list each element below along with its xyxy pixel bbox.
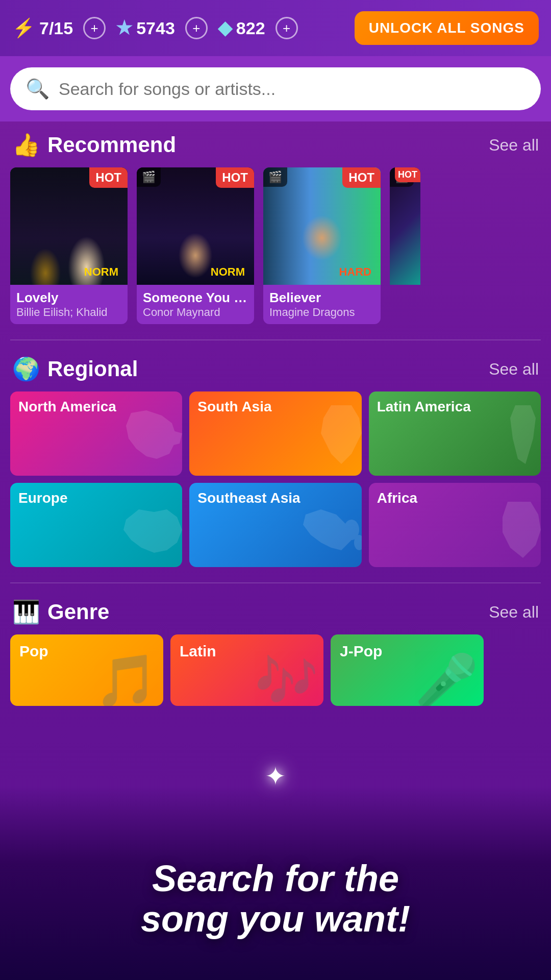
- difficulty-believer: HARD: [334, 263, 377, 281]
- song-artist-someone: Conor Maynard: [143, 306, 248, 319]
- genre-section: 🎹 Genre See all Pop 🎵 Latin 🎶 J-Pop 🎤: [0, 589, 551, 716]
- song-artist-lovely: Billie Eilish; Khalid: [16, 306, 121, 319]
- region-label-southeast-asia: Southeast Asia: [197, 490, 300, 506]
- regional-row-2: Europe Southeast Asia: [10, 483, 541, 567]
- region-card-europe[interactable]: Europe: [10, 483, 182, 567]
- hot-badge-lovely: HOT: [89, 167, 128, 188]
- song-info-believer: Believer Imagine Dragons: [263, 285, 381, 324]
- regional-row-1: North America South Asia Latin Americ: [10, 391, 541, 476]
- recommend-cards-row: HOT NORM Lovely Billie Eilish; Khalid 🎬 …: [0, 167, 551, 324]
- region-label-south-asia: South Asia: [197, 399, 271, 415]
- recommend-label: Recommend: [47, 133, 176, 157]
- song-card-partial[interactable]: 🎬 HOT: [390, 167, 420, 324]
- divider-2: [10, 582, 541, 583]
- star-stat: ★ 5743: [116, 17, 175, 39]
- region-map-north-america: [121, 408, 182, 476]
- unlock-all-songs-button[interactable]: UNLOCK ALL SONGS: [355, 11, 539, 45]
- bottom-overlay: ✦ Search for the song you want!: [0, 786, 551, 980]
- genre-label-jpop: J-Pop: [340, 643, 382, 660]
- region-label-africa: Africa: [377, 490, 417, 506]
- genre-row: Pop 🎵 Latin 🎶 J-Pop 🎤: [0, 634, 551, 706]
- sparkle-icon: ✦: [265, 762, 286, 791]
- video-badge-believer: 🎬: [263, 167, 287, 187]
- recommend-title: 👍 Recommend: [12, 132, 176, 158]
- piano-icon: 🎹: [12, 599, 40, 625]
- region-label-north-america: North America: [18, 399, 116, 415]
- regional-see-all[interactable]: See all: [489, 360, 539, 379]
- video-badge-someone: 🎬: [137, 167, 161, 187]
- song-card-someone[interactable]: 🎬 HOT NORM Someone You Loved Conor Mayna…: [137, 167, 254, 324]
- regional-title: 🌍 Regional: [12, 356, 138, 382]
- difficulty-lovely: NORM: [79, 263, 123, 281]
- region-label-latin-america: Latin America: [377, 399, 471, 415]
- genre-label: Genre: [47, 600, 109, 624]
- lightning-icon: ⚡: [12, 17, 35, 39]
- hot-badge-partial: HOT: [395, 167, 420, 182]
- add-diamond-button[interactable]: +: [276, 17, 298, 39]
- search-box: 🔍: [10, 67, 541, 110]
- region-card-south-asia[interactable]: South Asia: [189, 391, 361, 476]
- song-title-lovely: Lovely: [16, 290, 121, 306]
- regional-grid: North America South Asia Latin Americ: [0, 391, 551, 567]
- region-card-africa[interactable]: Africa: [369, 483, 541, 567]
- region-card-southeast-asia[interactable]: Southeast Asia: [189, 483, 361, 567]
- region-map-south-asia: [316, 403, 362, 476]
- song-title-believer: Believer: [269, 290, 374, 306]
- star-icon: ★: [116, 17, 132, 39]
- genre-card-jpop[interactable]: J-Pop 🎤: [331, 634, 484, 706]
- region-label-europe: Europe: [18, 490, 67, 506]
- song-info-someone: Someone You Loved Conor Maynard: [137, 285, 254, 324]
- genre-label-latin: Latin: [180, 643, 216, 660]
- lightning-stat: ⚡ 7/15: [12, 17, 73, 39]
- song-artist-believer: Imagine Dragons: [269, 306, 374, 319]
- song-info-lovely: Lovely Billie Eilish; Khalid: [10, 285, 128, 324]
- region-card-latin-america[interactable]: Latin America: [369, 391, 541, 476]
- song-title-someone: Someone You Loved: [143, 290, 248, 306]
- song-card-img-someone: 🎬 HOT NORM: [137, 167, 254, 285]
- genre-header: 🎹 Genre See all: [0, 594, 551, 634]
- song-card-img-believer: 🎬 HOT HARD: [263, 167, 381, 285]
- recommend-section: 👍 Recommend See all HOT NORM Lovely Bill…: [0, 121, 551, 334]
- region-map-africa: [500, 499, 541, 567]
- lightning-count: 7/15: [39, 18, 73, 38]
- diamond-count: 822: [236, 18, 265, 38]
- song-card-believer[interactable]: 🎬 HOT HARD Believer Imagine Dragons: [263, 167, 381, 324]
- regional-header: 🌍 Regional See all: [0, 351, 551, 391]
- globe-icon: 🌍: [12, 356, 40, 382]
- search-container: 🔍: [0, 56, 551, 121]
- hot-badge-someone: HOT: [216, 167, 254, 188]
- regional-label: Regional: [47, 357, 138, 381]
- genre-see-all[interactable]: See all: [489, 603, 539, 622]
- star-count: 5743: [136, 18, 175, 38]
- song-card-img-lovely: HOT NORM: [10, 167, 128, 285]
- pop-decoration: 🎵: [94, 651, 158, 706]
- recommend-see-all[interactable]: See all: [489, 136, 539, 155]
- region-card-north-america[interactable]: North America: [10, 391, 182, 476]
- recommend-header: 👍 Recommend See all: [0, 127, 551, 167]
- regional-section: 🌍 Regional See all North America South A…: [0, 346, 551, 577]
- divider-1: [10, 339, 541, 340]
- search-input[interactable]: [59, 79, 525, 99]
- song-card-img-partial: 🎬 HOT: [390, 167, 420, 285]
- region-map-latin-america: [505, 403, 541, 476]
- add-star-button[interactable]: +: [185, 17, 208, 39]
- diamond-icon: ◆: [218, 17, 232, 39]
- latin-decoration: 🎶: [255, 651, 318, 706]
- difficulty-someone: NORM: [206, 263, 250, 281]
- jpop-decoration: 🎤: [415, 651, 479, 706]
- thumbsup-icon: 👍: [12, 132, 40, 158]
- genre-card-pop[interactable]: Pop 🎵: [10, 634, 163, 706]
- genre-label-pop: Pop: [19, 643, 48, 660]
- add-lightning-button[interactable]: +: [83, 17, 106, 39]
- bottom-cta-text: Search for the song you want!: [141, 859, 410, 939]
- region-map-europe: [121, 504, 182, 567]
- bottom-cta-line2: song you want!: [141, 898, 410, 939]
- region-map-southeast-asia: [300, 504, 362, 567]
- genre-title: 🎹 Genre: [12, 599, 109, 625]
- top-stats: ⚡ 7/15 + ★ 5743 + ◆ 822 +: [12, 17, 298, 39]
- bottom-cta-line1: Search for the: [152, 858, 399, 899]
- genre-card-latin[interactable]: Latin 🎶: [170, 634, 323, 706]
- diamond-stat: ◆ 822: [218, 17, 265, 39]
- top-bar: ⚡ 7/15 + ★ 5743 + ◆ 822 + UNLOCK ALL SON…: [0, 0, 551, 56]
- song-card-lovely[interactable]: HOT NORM Lovely Billie Eilish; Khalid: [10, 167, 128, 324]
